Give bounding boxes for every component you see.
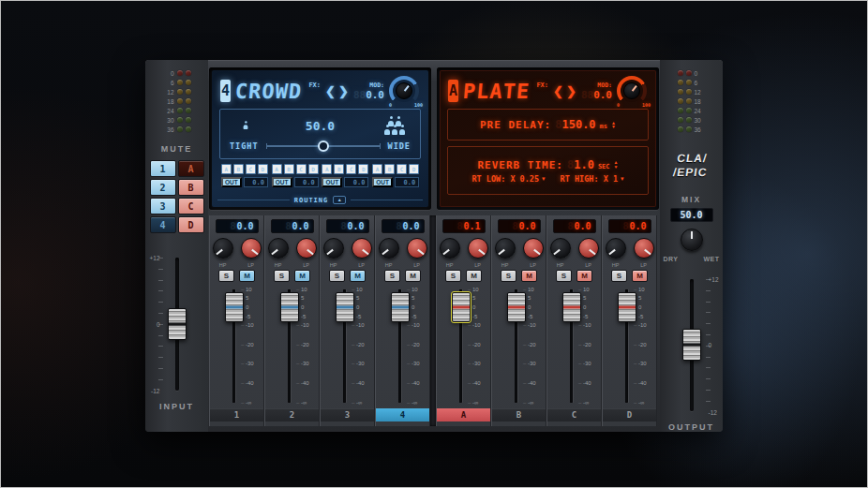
channel-level-display[interactable]: 80.0 (498, 219, 541, 233)
mute-button[interactable]: M (350, 270, 366, 282)
lp-filter-knob[interactable] (296, 238, 317, 259)
channel-tab[interactable]: 3 (321, 408, 374, 421)
routing-out-value[interactable]: 0.0 (395, 177, 419, 187)
routing-out-button[interactable]: OUT (372, 177, 393, 187)
mute-channel-2-button[interactable]: 2 (150, 179, 176, 196)
mute-channel-1-button[interactable]: 1 (150, 160, 176, 177)
routing-dest-B-button[interactable]: B (384, 164, 395, 174)
mute-channel-C-button[interactable]: C (178, 198, 204, 214)
output-fader-handle[interactable] (682, 329, 701, 361)
mute-channel-A-button[interactable]: A (178, 160, 204, 177)
channel-tab[interactable]: 4 (376, 408, 429, 421)
channel-level-display[interactable]: 80.0 (216, 219, 259, 233)
channel-tab[interactable]: A (437, 408, 490, 421)
fader-handle[interactable] (225, 292, 244, 322)
reverb-time-value[interactable]: 81.0 (567, 158, 594, 171)
channel-4-chip[interactable]: 4 (220, 80, 231, 102)
input-fader-handle[interactable] (168, 308, 187, 340)
channel-level-display[interactable]: 80.0 (382, 219, 425, 233)
routing-dest-C-button[interactable]: C (296, 164, 307, 174)
fader-handle[interactable] (618, 292, 636, 322)
routing-dest-D-button[interactable]: D (258, 164, 268, 174)
channel-tab[interactable]: C (547, 408, 601, 421)
solo-button[interactable]: S (218, 270, 234, 282)
mix-value-display[interactable]: 50.0 (670, 208, 713, 222)
solo-button[interactable]: S (274, 270, 290, 282)
fx-prev-icon[interactable]: ❮ (325, 84, 336, 98)
rt-high-dropdown[interactable]: RT HIGH: X 1 ▾ (561, 174, 624, 184)
routing-collapse-button[interactable]: ▴ (333, 196, 346, 204)
routing-dest-A-button[interactable]: A (272, 164, 282, 174)
solo-button[interactable]: S (501, 270, 516, 282)
reverb-time-stepper-icon[interactable]: ▲▼ (614, 160, 619, 169)
routing-dest-A-button[interactable]: A (221, 164, 232, 174)
routing-dest-C-button[interactable]: C (246, 164, 256, 174)
channel-level-display[interactable]: 80.1 (442, 219, 486, 233)
fx-next-icon[interactable]: ❯ (566, 84, 576, 98)
routing-dest-D-button[interactable]: D (358, 164, 368, 174)
mute-button[interactable]: M (521, 270, 537, 282)
channel-tab[interactable]: 2 (265, 408, 319, 421)
solo-button[interactable]: S (556, 270, 572, 282)
hp-filter-knob[interactable] (495, 238, 516, 259)
routing-out-value[interactable]: 0.0 (344, 177, 368, 187)
routing-out-value[interactable]: 0.0 (244, 177, 268, 187)
routing-out-button[interactable]: OUT (272, 177, 292, 187)
rt-low-dropdown[interactable]: RT LOW: X 0.25 ▾ (471, 174, 545, 184)
hp-filter-knob[interactable] (606, 238, 626, 259)
channel-level-display[interactable]: 80.0 (553, 219, 596, 233)
hp-filter-knob[interactable] (550, 238, 571, 259)
pre-delay-value[interactable]: 8150.0 (555, 118, 595, 131)
width-slider[interactable] (266, 140, 381, 153)
lp-filter-knob[interactable] (523, 238, 544, 259)
routing-dest-C-button[interactable]: C (397, 164, 407, 174)
routing-dest-D-button[interactable]: D (308, 164, 319, 174)
mute-channel-4-button[interactable]: 4 (150, 216, 176, 233)
channel-level-display[interactable]: 80.0 (271, 219, 314, 233)
hp-filter-knob[interactable] (268, 238, 289, 259)
channel-tab[interactable]: D (603, 408, 656, 421)
hp-filter-knob[interactable] (323, 238, 344, 259)
mod-knob[interactable] (623, 82, 640, 99)
mute-button[interactable]: M (576, 270, 592, 282)
channel-level-display[interactable]: 80.0 (326, 219, 369, 233)
hp-filter-knob[interactable] (379, 238, 399, 259)
solo-button[interactable]: S (329, 270, 345, 282)
fx-prev-icon[interactable]: ❮ (553, 84, 563, 98)
routing-dest-A-button[interactable]: A (322, 164, 332, 174)
fader-handle[interactable] (562, 292, 581, 322)
mute-button[interactable]: M (632, 270, 648, 282)
fader-handle[interactable] (507, 292, 526, 322)
routing-dest-B-button[interactable]: B (233, 164, 244, 174)
routing-dest-D-button[interactable]: D (409, 164, 419, 174)
fader-handle[interactable] (336, 292, 354, 322)
routing-out-value[interactable]: 0.0 (294, 177, 319, 187)
solo-button[interactable]: S (611, 270, 627, 282)
lp-filter-knob[interactable] (352, 238, 372, 259)
mute-button[interactable]: M (239, 270, 255, 282)
mute-button[interactable]: M (405, 270, 421, 282)
routing-dest-B-button[interactable]: B (334, 164, 344, 174)
lp-filter-knob[interactable] (468, 238, 488, 259)
channel-tab[interactable]: 1 (210, 408, 263, 421)
pre-delay-stepper-icon[interactable]: ▲▼ (611, 121, 616, 129)
solo-button[interactable]: S (384, 270, 400, 282)
routing-dest-B-button[interactable]: B (284, 164, 294, 174)
channel-tab[interactable]: B (492, 408, 546, 421)
lp-filter-knob[interactable] (578, 238, 599, 259)
channel-a-chip[interactable]: A (448, 80, 458, 102)
width-value[interactable]: 50.0 (262, 119, 379, 133)
fader-handle[interactable] (452, 292, 471, 322)
mod-value[interactable]: 880.0 (581, 89, 612, 101)
fader-handle[interactable] (391, 292, 410, 322)
mute-channel-B-button[interactable]: B (178, 179, 204, 196)
hp-filter-knob[interactable] (213, 238, 233, 259)
routing-dest-C-button[interactable]: C (346, 164, 356, 174)
routing-out-button[interactable]: OUT (221, 177, 242, 187)
lp-filter-knob[interactable] (634, 238, 654, 259)
width-slider-handle[interactable] (318, 140, 329, 152)
mute-channel-D-button[interactable]: D (178, 216, 204, 233)
lp-filter-knob[interactable] (241, 238, 262, 259)
lp-filter-knob[interactable] (407, 238, 427, 259)
channel-level-display[interactable]: 80.0 (608, 219, 651, 233)
